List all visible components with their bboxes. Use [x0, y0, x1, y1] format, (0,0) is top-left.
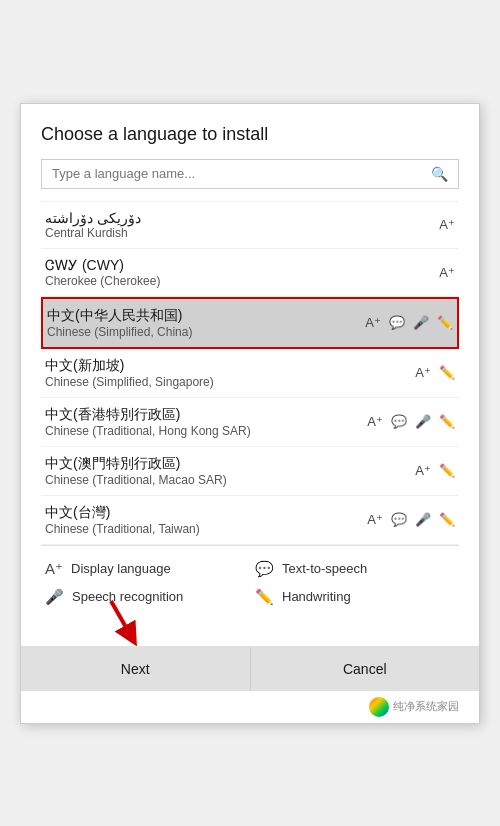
lang-icons: A⁺ [439, 265, 455, 280]
legend-tts-icon: 💬 [255, 560, 274, 578]
lang-info: 中文(台灣) Chinese (Traditional, Taiwan) [45, 504, 200, 536]
list-item[interactable]: 中文(台灣) Chinese (Traditional, Taiwan) A⁺ … [41, 496, 459, 545]
lang-info: 中文(澳門特別行政區) Chinese (Traditional, Macao … [45, 455, 227, 487]
list-item[interactable]: 中文(新加坡) Chinese (Simplified, Singapore) … [41, 349, 459, 398]
speech-icon: 💬 [391, 512, 407, 527]
lang-icons: A⁺ ✏️ [415, 463, 455, 478]
legend-display: A⁺ Display language [45, 560, 245, 578]
list-item[interactable]: ᏣᎳᎩ (CWY) Cherokee (Cherokee) A⁺ [41, 249, 459, 297]
language-install-dialog: Choose a language to install 🔍 دۆریکی دۆ… [20, 103, 480, 724]
arrow-indicator [101, 596, 151, 646]
lang-info: 中文(中华人民共和国) Chinese (Simplified, China) [47, 307, 192, 339]
next-button[interactable]: Next [21, 647, 251, 691]
list-item[interactable]: 中文(香港特別行政區) Chinese (Traditional, Hong K… [41, 398, 459, 447]
legend-display-label: Display language [71, 561, 171, 576]
mic-icon: 🎤 [415, 512, 431, 527]
lang-info: ᏣᎳᎩ (CWY) Cherokee (Cherokee) [45, 257, 160, 288]
list-item[interactable]: 中文(澳門特別行政區) Chinese (Traditional, Macao … [41, 447, 459, 496]
svg-line-1 [111, 601, 131, 636]
lang-name: 中文(台灣) [45, 504, 200, 522]
display-language-icon: A⁺ [439, 217, 455, 232]
lang-subtitle: Chinese (Simplified, China) [47, 325, 192, 339]
lang-subtitle: Chinese (Simplified, Singapore) [45, 375, 214, 389]
legend-handwriting: ✏️ Handwriting [255, 588, 455, 606]
lang-icons: A⁺ 💬 🎤 ✏️ [365, 315, 453, 330]
lang-name: 中文(新加坡) [45, 357, 214, 375]
search-icon: 🔍 [431, 166, 448, 182]
watermark-logo [369, 697, 389, 717]
lang-subtitle: Central Kurdish [45, 226, 141, 240]
legend-handwriting-label: Handwriting [282, 589, 351, 604]
lang-name: ᏣᎳᎩ (CWY) [45, 257, 160, 274]
lang-subtitle: Chinese (Traditional, Hong Kong SAR) [45, 424, 251, 438]
language-list: دۆریکی دۆراشتە Central Kurdish A⁺ ᏣᎳᎩ (C… [41, 201, 459, 545]
handwriting-icon: ✏️ [439, 414, 455, 429]
display-language-icon: A⁺ [367, 414, 383, 429]
lang-name: دۆریکی دۆراشتە [45, 210, 141, 226]
watermark-text: 纯净系统家园 [393, 699, 459, 714]
lang-icons: A⁺ 💬 🎤 ✏️ [367, 414, 455, 429]
list-item[interactable]: دۆریکی دۆراشتە Central Kurdish A⁺ [41, 202, 459, 249]
display-language-icon: A⁺ [367, 512, 383, 527]
lang-info: 中文(新加坡) Chinese (Simplified, Singapore) [45, 357, 214, 389]
handwriting-icon: ✏️ [439, 365, 455, 380]
legend-tts-label: Text-to-speech [282, 561, 367, 576]
legend-speech-icon: 🎤 [45, 588, 64, 606]
lang-icons: A⁺ 💬 🎤 ✏️ [367, 512, 455, 527]
speech-icon: 💬 [391, 414, 407, 429]
lang-subtitle: Cherokee (Cherokee) [45, 274, 160, 288]
legend-handwriting-icon: ✏️ [255, 588, 274, 606]
mic-icon: 🎤 [415, 414, 431, 429]
mic-icon: 🎤 [413, 315, 429, 330]
lang-icons: A⁺ [439, 217, 455, 232]
dialog-title: Choose a language to install [41, 124, 459, 145]
lang-name: 中文(中华人民共和国) [47, 307, 192, 325]
lang-name: 中文(澳門特別行政區) [45, 455, 227, 473]
display-language-icon: A⁺ [365, 315, 381, 330]
search-input[interactable] [52, 166, 431, 181]
watermark: 纯净系统家园 [41, 691, 459, 723]
legend-tts: 💬 Text-to-speech [255, 560, 455, 578]
display-language-icon: A⁺ [439, 265, 455, 280]
cancel-button[interactable]: Cancel [251, 647, 480, 691]
lang-subtitle: Chinese (Traditional, Macao SAR) [45, 473, 227, 487]
handwriting-icon: ✏️ [439, 463, 455, 478]
lang-info: دۆریکی دۆراشتە Central Kurdish [45, 210, 141, 240]
handwriting-icon: ✏️ [439, 512, 455, 527]
display-language-icon: A⁺ [415, 463, 431, 478]
lang-subtitle: Chinese (Traditional, Taiwan) [45, 522, 200, 536]
handwriting-icon: ✏️ [437, 315, 453, 330]
lang-icons: A⁺ ✏️ [415, 365, 455, 380]
search-container: 🔍 [41, 159, 459, 189]
speech-icon: 💬 [389, 315, 405, 330]
display-language-icon: A⁺ [415, 365, 431, 380]
list-item-selected[interactable]: 中文(中华人民共和国) Chinese (Simplified, China) … [41, 297, 459, 349]
lang-info: 中文(香港特別行政區) Chinese (Traditional, Hong K… [45, 406, 251, 438]
footer-buttons: Next Cancel [21, 646, 479, 691]
legend-display-icon: A⁺ [45, 560, 63, 578]
lang-name: 中文(香港特別行政區) [45, 406, 251, 424]
